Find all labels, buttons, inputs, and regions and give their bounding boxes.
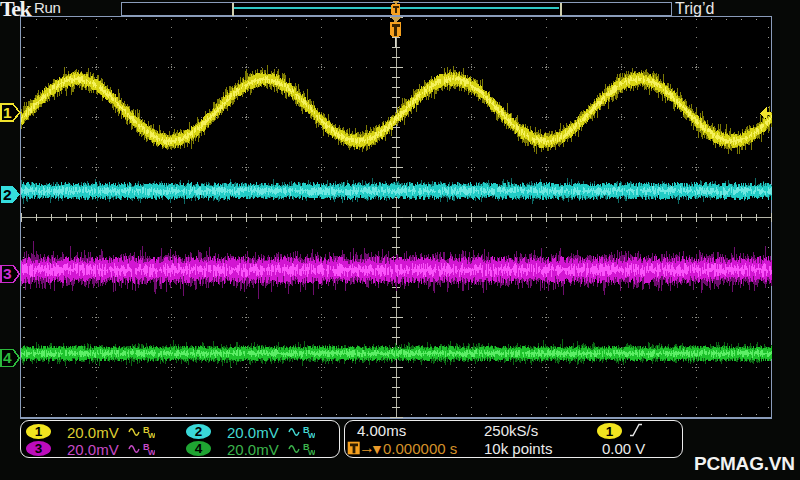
- svg-text:3: 3: [3, 265, 12, 282]
- svg-text:2: 2: [3, 186, 12, 203]
- svg-text:W: W: [148, 448, 155, 457]
- svg-text:W: W: [308, 448, 315, 457]
- svg-text:1: 1: [3, 104, 12, 121]
- svg-text:W: W: [148, 431, 155, 440]
- svg-text:4: 4: [3, 349, 12, 366]
- svg-text:W: W: [308, 431, 315, 440]
